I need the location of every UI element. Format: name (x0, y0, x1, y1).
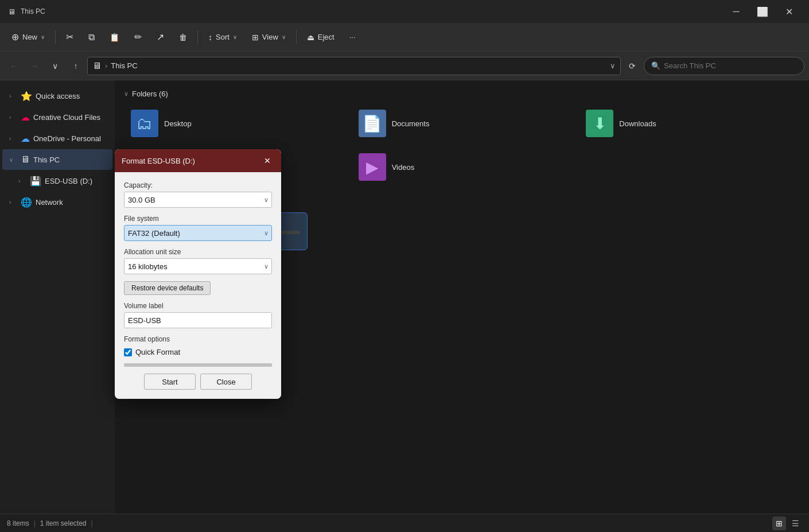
progress-bar-fill (124, 363, 272, 367)
quick-format-label[interactable]: Quick Format (135, 348, 180, 356)
filesystem-select[interactable]: FAT32 (Default) NTFS exFAT (124, 225, 272, 241)
capacity-wrapper: 30.0 GB ∨ (124, 192, 272, 208)
dialog-body: Capacity: 30.0 GB ∨ File system FAT32 (D… (115, 172, 281, 399)
progress-bar (124, 363, 272, 367)
volume-label-label: Volume label (124, 302, 272, 310)
quick-format-row: Quick Format (124, 348, 272, 356)
filesystem-wrapper: FAT32 (Default) NTFS exFAT ∨ (124, 225, 272, 241)
quick-format-checkbox[interactable] (124, 348, 132, 356)
allocation-label: Allocation unit size (124, 248, 272, 256)
filesystem-label: File system (124, 215, 272, 223)
allocation-select[interactable]: 16 kilobytes 8 kilobytes 4 kilobytes (124, 258, 272, 274)
dialog-actions: Start Close (124, 374, 272, 390)
allocation-wrapper: 16 kilobytes 8 kilobytes 4 kilobytes ∨ (124, 258, 272, 274)
format-dialog: Format ESD-USB (D:) ✕ Capacity: 30.0 GB … (115, 149, 281, 399)
volume-label-input[interactable] (124, 312, 272, 328)
restore-defaults-button[interactable]: Restore device defaults (124, 281, 211, 295)
start-button[interactable]: Start (144, 374, 196, 390)
dialog-title: Format ESD-USB (D:) (122, 157, 256, 165)
dialog-close-action-button[interactable]: Close (200, 374, 252, 390)
format-options-label: Format options (124, 335, 272, 343)
capacity-select[interactable]: 30.0 GB (124, 192, 272, 208)
capacity-label: Capacity: (124, 181, 272, 189)
dialog-titlebar: Format ESD-USB (D:) ✕ (115, 149, 281, 172)
dialog-overlay: Format ESD-USB (D:) ✕ Capacity: 30.0 GB … (0, 0, 809, 532)
dialog-close-button[interactable]: ✕ (260, 154, 274, 168)
